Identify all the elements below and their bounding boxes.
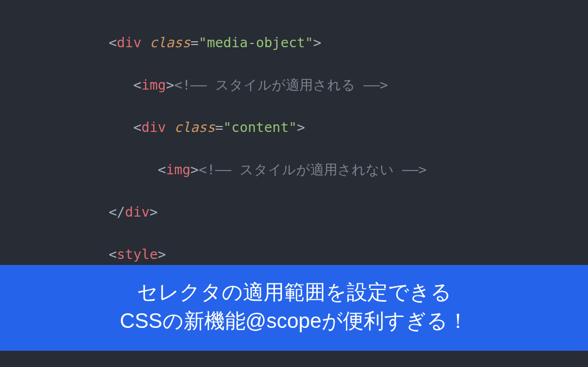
bracket-open: < <box>133 77 141 93</box>
string-quote: " <box>199 35 207 50</box>
comment: <!—— スタイルが適用される ——> <box>174 77 387 93</box>
tag-div: div <box>141 119 166 135</box>
bracket-open: < <box>109 246 117 262</box>
banner-line-1: セレクタの適用範囲を設定できる <box>11 278 577 307</box>
string-quote: " <box>305 35 313 50</box>
tag-div: div <box>125 204 149 220</box>
code-line-3: <div class="content"> <box>109 117 588 138</box>
bracket-open: </ <box>109 204 125 220</box>
title-banner: セレクタの適用範囲を設定できる CSSの新機能@scopeが便利すぎる！ <box>0 265 588 351</box>
bracket-close: > <box>166 77 174 93</box>
code-line-5: </div> <box>109 201 588 223</box>
string-value: media-object <box>207 35 305 50</box>
code-line-6: <style> <box>109 244 588 265</box>
string-quote: " <box>289 119 297 135</box>
indent <box>109 119 133 135</box>
bracket-close: > <box>149 204 158 220</box>
tag-img: img <box>166 162 190 178</box>
comment: <!—— スタイルが適用されない ——> <box>199 162 427 178</box>
equals: = <box>191 35 199 50</box>
tag-style: style <box>117 246 158 262</box>
bracket-open: < <box>158 162 166 178</box>
attr-class: class <box>149 35 190 50</box>
indent <box>109 77 133 93</box>
tag-div: div <box>117 35 141 50</box>
tag-img: img <box>141 77 166 93</box>
bracket-close: > <box>313 35 321 50</box>
code-line-4: <img><!—— スタイルが適用されない ——> <box>109 159 588 180</box>
indent <box>109 162 158 178</box>
string-value: content <box>232 119 289 135</box>
code-line-2: <img><!—— スタイルが適用される ——> <box>109 74 588 96</box>
equals: = <box>215 119 223 135</box>
code-line-1: <div class="media-object"> <box>109 32 588 53</box>
bracket-close: > <box>191 162 199 178</box>
bracket-close: > <box>158 246 166 262</box>
attr-class: class <box>174 119 215 135</box>
bracket-close: > <box>297 119 305 135</box>
string-quote: " <box>223 119 232 135</box>
bracket-open: < <box>109 35 117 50</box>
banner-line-2: CSSの新機能@scopeが便利すぎる！ <box>11 307 577 336</box>
bracket-open: < <box>133 119 141 135</box>
